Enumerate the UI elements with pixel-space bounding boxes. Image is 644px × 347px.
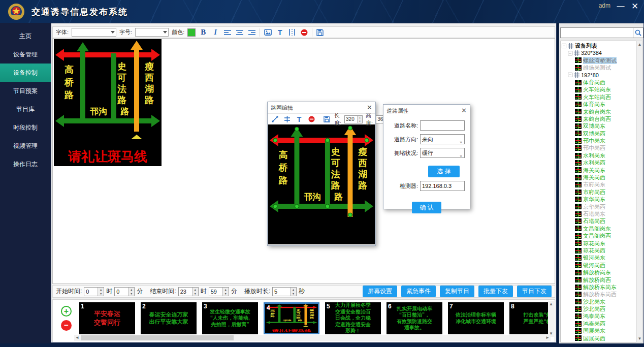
- align-center-icon[interactable]: [235, 28, 244, 37]
- image-icon[interactable]: [263, 28, 272, 37]
- tree-scrollbar[interactable]: ▲ ▼: [636, 41, 643, 342]
- action-button[interactable]: 屏幕设置: [363, 286, 397, 297]
- action-button[interactable]: 节目下发: [517, 286, 552, 297]
- confirm-button[interactable]: 确 认: [412, 202, 441, 213]
- playlist-thumbnail-5[interactable]: 5大力开展秋冬季交通安全整治百日会战，全力稳定道路交通安全形势！: [325, 302, 381, 334]
- text-tool-icon[interactable]: T: [275, 28, 284, 37]
- action-button[interactable]: 紧急事件: [401, 286, 436, 297]
- text-tool-icon[interactable]: T: [295, 115, 304, 124]
- tree-device-item[interactable]: 沙北岗东: [583, 298, 605, 305]
- congestion-select[interactable]: 缓行˅: [420, 148, 465, 158]
- tree-device-item[interactable]: 火车站岗西: [583, 93, 611, 101]
- search-icon[interactable]: [633, 27, 643, 38]
- sidebar-item-6[interactable]: 时段控制: [0, 118, 51, 137]
- font-select[interactable]: [72, 28, 116, 37]
- close-icon[interactable]: ✕: [461, 105, 467, 117]
- stop-icon[interactable]: [307, 115, 316, 124]
- tree-device-item[interactable]: 体育岗东: [583, 101, 605, 108]
- road-editor-canvas[interactable]: 高桥路史可法路瘦西湖路邗沟路: [268, 124, 375, 244]
- remove-program-button[interactable]: −: [61, 320, 72, 331]
- tree-device-item[interactable]: 石塔岗西: [583, 217, 605, 225]
- sidebar-item-4[interactable]: 节目预案: [0, 82, 51, 100]
- sidebar-item-2[interactable]: 设备管理: [0, 45, 51, 64]
- detector-input[interactable]: 192.168.0.3: [420, 181, 465, 191]
- tree-device-item[interactable]: 解放桥岗西: [583, 276, 611, 283]
- tree-device-item[interactable]: 沙北岗西: [583, 305, 605, 312]
- playlist-thumbnail-6[interactable]: 6扎实开展电动车“百日整治”，有效预防道路交通事故。: [387, 302, 442, 334]
- tree-device-item[interactable]: 鸿泰岗西: [583, 320, 605, 327]
- led-screen-preview[interactable]: 高桥路史可法路瘦西湖路邗沟路请礼让斑马线: [54, 39, 162, 166]
- tree-device-item[interactable]: 体育岗西: [583, 79, 605, 86]
- tree-device-item[interactable]: 石塔岗东: [583, 210, 605, 217]
- road-tool-icon[interactable]: [282, 115, 292, 124]
- bold-button[interactable]: B: [199, 28, 208, 37]
- tree-device-item[interactable]: 海关岗东: [583, 167, 605, 174]
- tree-device-item[interactable]: 来鹤台岗西: [583, 115, 611, 122]
- tree-device-item[interactable]: 来鹤台岗东: [583, 108, 611, 115]
- start-min-stepper[interactable]: 0▲▼: [114, 287, 135, 296]
- line-tool-icon[interactable]: [270, 115, 279, 124]
- tree-device-item[interactable]: 火车站岗东: [583, 86, 611, 93]
- end-hour-stepper[interactable]: 23▲▼: [178, 287, 199, 296]
- tree-device-item[interactable]: 国展岗东: [583, 327, 605, 334]
- start-hour-stepper[interactable]: 0▲▼: [84, 287, 104, 296]
- user-label[interactable]: adm: [599, 2, 610, 9]
- minimize-icon[interactable]: —: [616, 1, 626, 10]
- tree-device-item[interactable]: 水利岗东: [583, 152, 605, 159]
- stop-icon[interactable]: [300, 28, 309, 37]
- playlist-thumbnail-3[interactable]: 3发生轻微交通事故“人未伤，车能动,先拍照，后撤离”: [202, 302, 258, 334]
- collapse-icon[interactable]: [568, 51, 572, 55]
- tree-device-item[interactable]: 琼花岗东: [583, 240, 605, 247]
- tree-device-item[interactable]: 京华岗西: [583, 203, 605, 210]
- playlist-vertical-scrollbar[interactable]: ▲ ▼: [548, 301, 554, 337]
- align-left-icon[interactable]: [223, 28, 232, 37]
- playlist-thumbnail-2[interactable]: 2春运安全连万家出行平安靠大家: [141, 302, 197, 334]
- italic-button[interactable]: I: [211, 28, 220, 37]
- action-button[interactable]: 复制节目: [440, 286, 474, 297]
- close-icon[interactable]: ✕: [630, 1, 640, 12]
- action-button[interactable]: 批量下发: [478, 286, 513, 297]
- tree-device-item[interactable]: 琼花岗西: [583, 247, 605, 254]
- select-button[interactable]: 选 择: [428, 166, 460, 177]
- sidebar-item-8[interactable]: 操作日志: [0, 155, 51, 173]
- add-program-button[interactable]: +: [61, 306, 72, 317]
- tree-device-item[interactable]: 水利岗西: [583, 159, 605, 166]
- tree-device-item[interactable]: 维扬岗测试: [583, 64, 611, 71]
- tree-device-item[interactable]: 双博岗西: [583, 130, 605, 137]
- length-stepper[interactable]: 320▲▼: [344, 115, 363, 123]
- tree-device-item[interactable]: 海关岗西: [583, 174, 605, 181]
- playlist-thumbnail-4[interactable]: 4高桥路史可法路瘦西湖路邗沟路请礼让斑马线: [264, 302, 319, 334]
- save-icon[interactable]: [315, 28, 325, 37]
- color-swatch[interactable]: [187, 28, 196, 37]
- close-icon[interactable]: ✕: [367, 102, 372, 113]
- align-right-icon[interactable]: [247, 28, 256, 37]
- tree-group-label[interactable]: 192*80: [581, 72, 599, 79]
- tree-device-item[interactable]: 文昌阁岗西: [583, 232, 611, 239]
- tree-device-item[interactable]: 京华岗东: [583, 196, 605, 203]
- collapse-icon[interactable]: [562, 44, 566, 48]
- road-network-icon[interactable]: [287, 28, 297, 37]
- sidebar-item-7[interactable]: 视频管理: [0, 137, 51, 155]
- tree-device-item[interactable]: 文昌阁岗东: [583, 225, 611, 232]
- sidebar-item-3[interactable]: 设备控制: [0, 64, 51, 82]
- playlist-thumbnail-1[interactable]: 1平安春运交警同行: [79, 302, 135, 334]
- tree-device-item[interactable]: 鸿泰岗东: [583, 312, 605, 320]
- tree-group-label[interactable]: 320*384: [581, 49, 602, 56]
- tree-device-item[interactable]: 解放桥岗东: [583, 269, 611, 276]
- device-search-input[interactable]: [560, 27, 633, 38]
- tree-device-item[interactable]: 市府岗西: [583, 188, 605, 196]
- save-icon[interactable]: [322, 115, 331, 124]
- tree-device-item[interactable]: 邗中岗西: [583, 144, 605, 151]
- playlist-thumbnail-7[interactable]: 7依法治理非标车辆净化城市交通环境: [448, 302, 504, 334]
- tree-device-item[interactable]: 邗中岗东: [583, 137, 605, 144]
- tree-device-item[interactable]: 市府岗东: [583, 181, 605, 188]
- size-select[interactable]: [135, 28, 169, 37]
- tree-device-item[interactable]: 银河岗西: [583, 262, 605, 269]
- sidebar-item-5[interactable]: 节目库: [0, 100, 51, 118]
- road-name-input[interactable]: [420, 120, 465, 131]
- tree-device-item[interactable]: 解放桥东岗西: [583, 291, 617, 298]
- tree-device-item[interactable]: 双博岗东: [583, 122, 605, 130]
- duration-stepper[interactable]: 5▲▼: [272, 287, 297, 296]
- end-min-stepper[interactable]: 59▲▼: [209, 287, 229, 296]
- tree-device-item[interactable]: 银河岗东: [583, 254, 605, 261]
